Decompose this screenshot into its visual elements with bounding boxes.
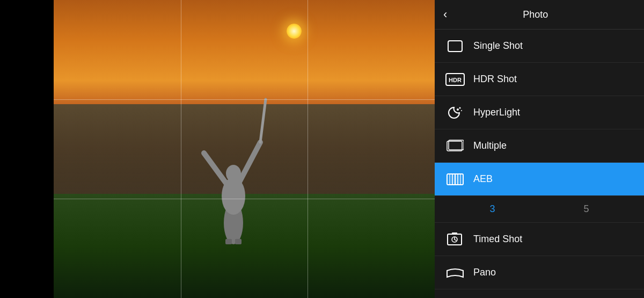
svg-rect-7 (235, 239, 241, 244)
multiple-icon (445, 136, 465, 156)
menu-item-hdr-shot[interactable]: HDR HDR Shot (435, 63, 644, 96)
menu-panel: ‹ Photo Single Shot HDR HDR Shot (435, 0, 644, 298)
menu-item-timed-shot[interactable]: Timed Shot (435, 223, 644, 256)
aeb-option-3[interactable]: 3 (445, 203, 539, 215)
svg-rect-6 (225, 239, 232, 244)
svg-point-13 (461, 110, 462, 111)
moon-icon (445, 103, 465, 122)
aeb-label: AEB (473, 173, 493, 185)
menu-item-single-shot[interactable]: Single Shot (435, 30, 644, 63)
aeb-option-5[interactable]: 5 (539, 203, 633, 215)
svg-rect-8 (448, 41, 462, 52)
single-shot-label: Single Shot (473, 40, 523, 52)
hdr-shot-label: HDR Shot (473, 74, 517, 85)
svg-point-11 (457, 108, 459, 111)
pano-label: Pano (473, 267, 496, 278)
statue-silhouette (199, 94, 268, 244)
left-sidebar (0, 0, 54, 298)
menu-header: ‹ Photo (435, 0, 644, 30)
menu-item-multiple[interactable]: Multiple (435, 129, 644, 163)
sun (287, 24, 302, 39)
aeb-icon (445, 170, 465, 189)
back-button[interactable]: ‹ (443, 9, 447, 20)
multiple-label: Multiple (473, 140, 507, 151)
timed-shot-label: Timed Shot (473, 234, 522, 245)
timer-icon (445, 230, 465, 249)
hyperlight-label: HyperLight (473, 107, 520, 118)
rectangle-icon (445, 37, 465, 56)
menu-item-aeb[interactable]: AEB (435, 163, 644, 196)
pano-icon (445, 263, 465, 282)
svg-text:HDR: HDR (449, 77, 462, 83)
menu-title: Photo (453, 9, 617, 20)
menu-item-hyperlight[interactable]: HyperLight (435, 96, 644, 129)
hdr-icon: HDR (445, 70, 465, 89)
svg-point-12 (459, 107, 461, 108)
menu-item-pano[interactable]: Pano (435, 256, 644, 289)
camera-view (54, 0, 435, 298)
aeb-options: 3 5 (435, 196, 644, 223)
svg-line-25 (455, 239, 456, 241)
svg-line-5 (260, 99, 266, 142)
menu-items-container: Single Shot HDR HDR Shot Hy (435, 30, 644, 298)
svg-rect-26 (452, 232, 457, 234)
